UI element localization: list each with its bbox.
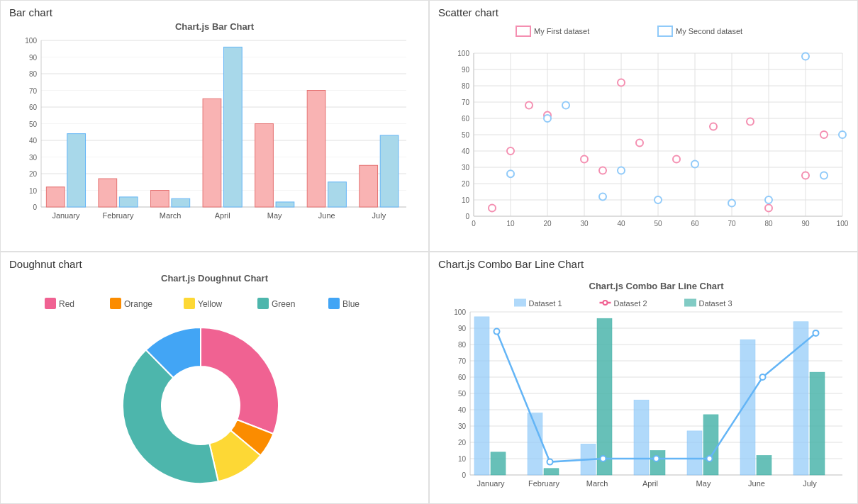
svg-point-118 (802, 53, 809, 60)
svg-point-185 (707, 456, 713, 461)
svg-text:February: February (103, 211, 135, 220)
svg-point-100 (636, 140, 643, 147)
svg-rect-24 (46, 187, 65, 207)
svg-rect-123 (658, 26, 672, 36)
svg-text:100: 100 (454, 308, 466, 316)
svg-text:Blue: Blue (342, 299, 360, 309)
svg-rect-169 (634, 400, 649, 475)
doughnut-chart-title: Doughnut chart (9, 258, 420, 270)
svg-point-106 (820, 131, 828, 138)
svg-text:May: May (267, 211, 282, 220)
svg-point-108 (525, 102, 533, 109)
svg-text:My First dataset: My First dataset (534, 27, 589, 35)
svg-text:My Second dataset: My Second dataset (676, 27, 742, 35)
svg-rect-42 (360, 165, 378, 207)
svg-rect-30 (151, 191, 169, 208)
doughnut-chart-svg: RedOrangeYellowGreenBlue (9, 285, 420, 498)
svg-text:0: 0 (472, 220, 476, 228)
svg-point-95 (507, 147, 514, 155)
svg-rect-36 (255, 124, 274, 208)
svg-text:20: 20 (543, 220, 552, 228)
bar-chart-title: Bar chart (9, 6, 420, 18)
svg-text:10: 10 (29, 187, 38, 195)
svg-text:Dataset 2: Dataset 2 (614, 299, 647, 308)
svg-rect-39 (307, 91, 325, 208)
svg-text:0: 0 (462, 471, 466, 479)
svg-text:80: 80 (29, 70, 38, 78)
svg-point-186 (760, 374, 766, 380)
bar-chart-subtitle: Chart.js Bar Chart (9, 21, 420, 32)
svg-rect-188 (515, 299, 526, 306)
combo-chart-svg: Chart.js Combo Bar Line Chart01020304050… (438, 273, 857, 504)
svg-point-183 (601, 456, 606, 461)
svg-point-111 (562, 102, 569, 109)
svg-point-120 (839, 131, 846, 138)
svg-text:40: 40 (458, 406, 467, 414)
svg-text:60: 60 (29, 103, 38, 111)
svg-text:90: 90 (29, 54, 38, 62)
svg-text:January: January (52, 211, 80, 220)
svg-point-116 (728, 200, 735, 207)
svg-text:90: 90 (458, 325, 467, 332)
svg-point-114 (654, 196, 662, 203)
svg-point-184 (654, 456, 659, 461)
svg-rect-27 (99, 179, 117, 207)
doughnut-chart-panel: Doughnut chart Chart.js Doughnut Chart R… (0, 252, 429, 504)
svg-point-105 (802, 172, 809, 179)
svg-rect-37 (276, 202, 294, 207)
svg-rect-121 (516, 26, 530, 36)
svg-text:Dataset 1: Dataset 1 (529, 299, 562, 308)
svg-rect-129 (184, 298, 195, 309)
svg-text:70: 70 (458, 357, 467, 365)
svg-text:50: 50 (458, 390, 467, 398)
svg-text:30: 30 (462, 164, 470, 172)
svg-text:60: 60 (691, 220, 699, 228)
svg-text:10: 10 (462, 196, 470, 204)
svg-text:40: 40 (617, 220, 625, 228)
svg-text:100: 100 (837, 220, 849, 228)
svg-text:60: 60 (462, 115, 470, 123)
svg-rect-131 (257, 298, 269, 309)
svg-rect-125 (45, 298, 56, 309)
svg-text:50: 50 (654, 220, 662, 228)
svg-rect-133 (328, 298, 340, 309)
svg-text:80: 80 (458, 341, 467, 349)
svg-text:70: 70 (29, 87, 38, 95)
combo-chart-title: Chart.js Combo Bar Line Chart (438, 258, 849, 270)
bar-chart-panel: Bar chart Chart.js Bar Chart 02040608010… (0, 0, 429, 252)
svg-text:July: July (803, 479, 817, 488)
svg-point-98 (599, 167, 606, 174)
svg-rect-173 (703, 415, 718, 475)
svg-point-103 (747, 118, 754, 125)
svg-text:80: 80 (764, 220, 773, 228)
svg-rect-31 (172, 198, 190, 207)
svg-rect-167 (597, 318, 612, 475)
svg-text:90: 90 (801, 220, 810, 228)
svg-point-112 (599, 193, 606, 200)
svg-point-102 (710, 123, 717, 130)
svg-text:70: 70 (728, 220, 736, 228)
svg-rect-161 (491, 452, 506, 475)
svg-text:May: May (696, 479, 711, 488)
svg-rect-164 (544, 469, 559, 475)
svg-text:Red: Red (59, 299, 74, 309)
svg-rect-160 (474, 317, 489, 475)
svg-text:30: 30 (29, 154, 38, 162)
svg-text:30: 30 (458, 422, 467, 430)
svg-text:January: January (477, 479, 505, 488)
svg-point-182 (547, 459, 553, 465)
svg-text:Yellow: Yellow (198, 299, 223, 309)
svg-text:10: 10 (458, 455, 467, 463)
svg-text:Orange: Orange (124, 299, 152, 309)
svg-text:March: March (160, 211, 182, 220)
svg-rect-33 (203, 99, 221, 207)
svg-point-181 (494, 329, 500, 335)
svg-rect-176 (757, 455, 771, 475)
bar-chart-svg: 0204060801001030507090JanuaryFebruaryMar… (9, 33, 420, 242)
svg-point-104 (765, 205, 772, 212)
svg-text:40: 40 (29, 137, 38, 145)
svg-rect-163 (528, 413, 542, 475)
svg-rect-43 (380, 135, 399, 207)
scatter-chart-panel: Scatter chart 00101020203030404050506060… (429, 0, 858, 252)
svg-text:July: July (372, 211, 386, 220)
